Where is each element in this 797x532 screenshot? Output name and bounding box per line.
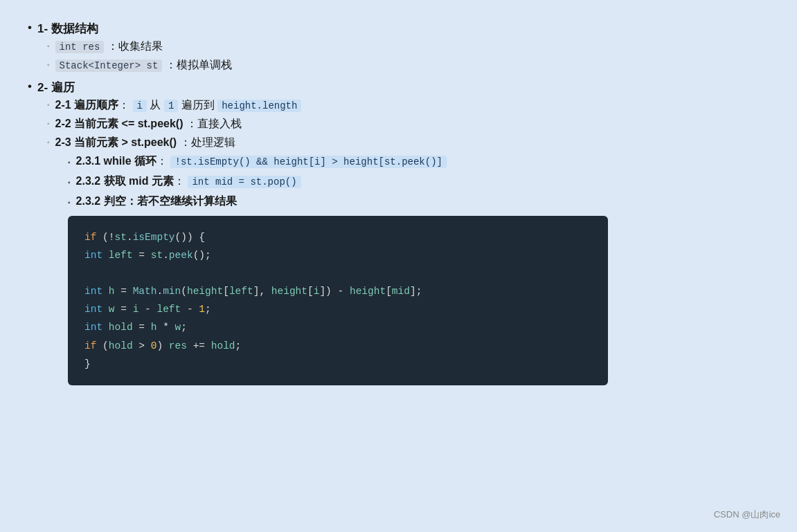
code-block: if (!st.isEmpty()) { int left = st.peek(… [68, 216, 608, 385]
subsection-stack-st: ◦ Stack<Integer> st ：模拟单调栈 [47, 58, 769, 73]
text-traverse: 遍历到 [181, 99, 217, 111]
code-line-1: if (!st.isEmpty()) { [84, 228, 591, 246]
subsection2-2-text: ：直接入栈 [186, 118, 242, 129]
bullet-l2-5: ◦ [47, 138, 50, 146]
bullet-l1-1: • [28, 21, 32, 35]
code-line-empty [84, 264, 591, 282]
subsection2-3-2b-content: 2.3.2 判空：若不空继续计算结果 [76, 194, 237, 209]
subsection-2-3: ◦ 2-3 当前元素 > st.peek() ：处理逻辑 [47, 136, 769, 150]
section1-title: 1- 数据结构 [37, 21, 98, 37]
subsection2-3-1-content: 2.3.1 while 循环： !st.isEmpty() && height[… [76, 154, 447, 169]
code-line-5: int hold = h * w; [84, 318, 591, 336]
footer-text: CSDN @山肉ice [714, 509, 780, 520]
bullet-l2-2: ◦ [47, 61, 50, 68]
subsection2-3-text: ：处理逻辑 [180, 136, 235, 148]
text-from: 从 [150, 99, 163, 111]
bullet-l3-3: ▪ [68, 199, 71, 206]
code-height-length: height.length [217, 100, 301, 112]
bullet-l3-1: ▪ [68, 158, 71, 166]
section2-title: 2- 遍历 [37, 80, 75, 95]
bullet-l2-4: ◦ [47, 120, 50, 127]
code-line-close: } [84, 355, 591, 373]
subsection2-3-2a-content: 2.3.2 获取 mid 元素： int mid = st.pop() [76, 174, 301, 189]
content-area: • 1- 数据结构 ◦ int res ：收集结果 ◦ Stack<Intege… [28, 21, 769, 385]
code-i: i [133, 100, 147, 112]
code-1: 1 [164, 100, 178, 112]
section2-subsections: ◦ 2-1 遍历顺序： i 从 1 遍历到 height.length ◦ 2-… [47, 98, 769, 385]
subsection1-1-text: ：收集结果 [107, 40, 163, 52]
bullet-l2-1: ◦ [47, 42, 50, 50]
section1-subsections: ◦ int res ：收集结果 ◦ Stack<Integer> st ：模拟单… [47, 39, 769, 73]
subsection-2-3-2a: ▪ 2.3.2 获取 mid 元素： int mid = st.pop() [68, 174, 769, 189]
level3-container: ▪ 2.3.1 while 循环： !st.isEmpty() && heigh… [68, 154, 769, 385]
code-mid-pop: int mid = st.pop() [188, 176, 301, 188]
footer-attribution: CSDN @山肉ice [714, 508, 780, 521]
subsection1-1-content: int res ：收集结果 [55, 39, 163, 54]
subsection1-2-content: Stack<Integer> st ：模拟单调栈 [55, 58, 232, 73]
code-line-6: if (hold > 0) res += hold; [84, 337, 591, 355]
subsection2-2-content: 2-2 当前元素 <= st.peek() ：直接入栈 [55, 117, 242, 131]
subsection-2-1: ◦ 2-1 遍历顺序： i 从 1 遍历到 height.length [47, 98, 769, 113]
bullet-l1-2: • [28, 80, 32, 93]
code-while-condition: !st.isEmpty() && height[i] > height[st.p… [170, 156, 446, 168]
subsection2-1-content: 2-1 遍历顺序： i 从 1 遍历到 height.length [55, 98, 302, 113]
code-line-4: int w = i - left - 1; [84, 300, 591, 318]
bullet-l3-2: ▪ [68, 178, 71, 186]
subsection2-3-content: 2-3 当前元素 > st.peek() ：处理逻辑 [55, 136, 235, 150]
subsection2-3-2b-bold: 2.3.2 判空：若不空继续计算结果 [76, 195, 237, 207]
subsection2-3-1-bold: 2.3.1 while 循环 [76, 155, 156, 167]
subsection1-2-text: ：模拟单调栈 [165, 59, 232, 71]
subsection2-3-2a-bold: 2.3.2 获取 mid 元素 [76, 175, 174, 187]
subsection-2-2: ◦ 2-2 当前元素 <= st.peek() ：直接入栈 [47, 117, 769, 131]
subsection2-1-bold: 2-1 遍历顺序 [55, 99, 119, 111]
section1-header: • 1- 数据结构 [28, 21, 769, 37]
subsection2-2-bold: 2-2 当前元素 <= st.peek() [55, 118, 183, 129]
subsection2-3-bold: 2-3 当前元素 > st.peek() [55, 136, 177, 148]
code-int-res: int res [55, 41, 105, 53]
code-line-2: int left = st.peek(); [84, 246, 591, 264]
code-stack-st: Stack<Integer> st [55, 59, 163, 72]
subsection-2-3-1: ▪ 2.3.1 while 循环： !st.isEmpty() && heigh… [68, 154, 769, 169]
section2-header: • 2- 遍历 [28, 80, 769, 95]
subsection-int-res: ◦ int res ：收集结果 [47, 39, 769, 54]
bullet-l2-3: ◦ [47, 101, 50, 109]
subsection-2-3-2b: ▪ 2.3.2 判空：若不空继续计算结果 [68, 194, 769, 209]
code-line-3: int h = Math.min(height[left], height[i]… [84, 282, 591, 300]
